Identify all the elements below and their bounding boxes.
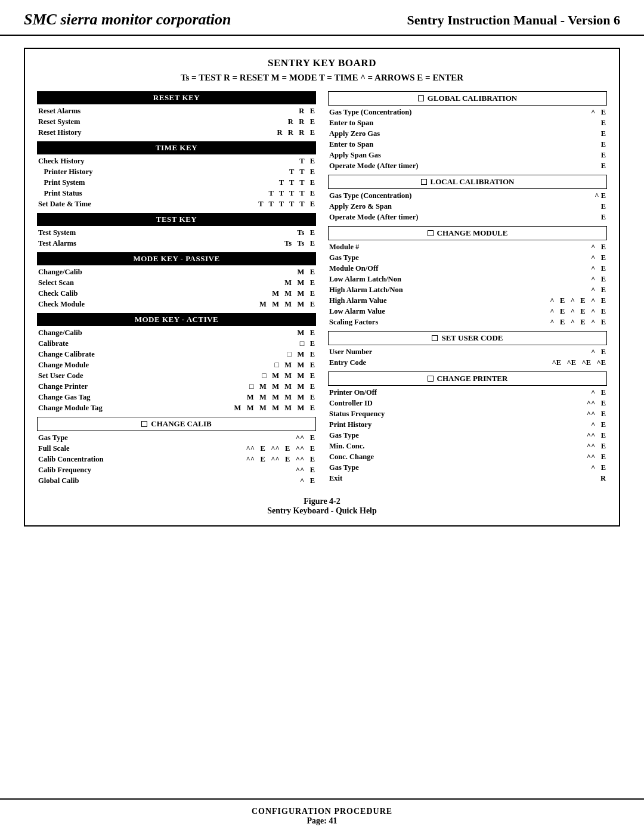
- figure-title: SENTRY KEY BOARD: [37, 57, 607, 69]
- footer-title: CONFIGURATION PROCEDURE: [24, 807, 620, 816]
- row-change-module: Change Module □ M M E: [37, 360, 316, 370]
- row-check-module: Check Module M M M M E: [37, 299, 316, 309]
- test-key-section: TEST KEY Test System Ts E Test Alarms Ts…: [37, 213, 316, 249]
- row-cm-low-alarm-value: Low Alarm Value ^ E ^ E ^ E: [328, 306, 607, 317]
- row-cp-conc-change: Conc. Change ^^ E: [328, 451, 607, 462]
- global-calib-square-icon: [418, 95, 424, 101]
- row-cm-high-alarm-latch: High Alarm Latch/Non ^ E: [328, 284, 607, 295]
- row-set-date-time: Set Date & Time T T T T T E: [37, 199, 316, 209]
- mode-passive-section: MODE KEY - PASSIVE Change/Calib M E Sele…: [37, 252, 316, 309]
- local-calib-square-icon: [421, 179, 427, 185]
- local-calib-section: LOCAL CALIBRATION Gas Type (Concentratio…: [328, 175, 607, 222]
- row-gc-enter-span: Enter to Span E: [328, 117, 607, 128]
- key-legend: Ts = TEST R = RESET M = MODE T = TIME ^ …: [37, 73, 607, 83]
- row-suc-user-number: User Number ^ E: [328, 346, 607, 357]
- change-calib-section: CHANGE CALIB Gas Type ^^ E Full Scale ^^…: [37, 417, 316, 486]
- change-printer-section: CHANGE PRINTER Printer On/Off ^ E Contro…: [328, 371, 607, 484]
- row-cm-module-onoff: Module On/Off ^ E: [328, 263, 607, 274]
- footer-page: Page: 41: [24, 816, 620, 826]
- row-gc-enter-span2: Enter to Span E: [328, 139, 607, 150]
- row-cm-low-alarm-latch: Low Alarm Latch/Non ^ E: [328, 274, 607, 284]
- global-calib-header: GLOBAL CALIBRATION: [328, 91, 607, 106]
- manual-title: Sentry Instruction Manual - Version 6: [407, 13, 620, 28]
- change-calib-header: CHANGE CALIB: [37, 417, 316, 431]
- row-reset-system: Reset System R R E: [37, 116, 316, 127]
- row-print-system: Print System T T T E: [37, 177, 316, 188]
- mode-active-header: MODE KEY - ACTIVE: [37, 313, 316, 326]
- row-full-scale: Full Scale ^^ E ^^ E ^^ E: [37, 443, 316, 454]
- row-calib-gas-type: Gas Type ^^ E: [37, 432, 316, 443]
- page-footer: CONFIGURATION PROCEDURE Page: 41: [0, 798, 644, 833]
- row-lc-apply-zero-span: Apply Zero & Span E: [328, 201, 607, 212]
- row-cp-print-history: Print History ^ E: [328, 419, 607, 430]
- row-select-scan: Select Scan M M E: [37, 277, 316, 288]
- global-calib-section: GLOBAL CALIBRATION Gas Type (Concentrati…: [328, 91, 607, 171]
- row-cp-min-conc: Min. Conc. ^^ E: [328, 441, 607, 451]
- row-cp-printer-onoff: Printer On/Off ^ E: [328, 387, 607, 398]
- row-cp-gas-type: Gas Type ^^ E: [328, 430, 607, 441]
- row-cm-high-alarm-value: High Alarm Value ^ E ^ E ^ E: [328, 295, 607, 306]
- change-module-header: CHANGE MODULE: [328, 226, 607, 240]
- row-cp-controller-id: Controller ID ^^ E: [328, 398, 607, 408]
- reset-key-header: RESET KEY: [37, 91, 316, 104]
- row-calibrate: Calibrate □ E: [37, 338, 316, 349]
- row-lc-gas-type: Gas Type (Concentration) ^ E: [328, 190, 607, 201]
- row-cm-scaling-factors: Scaling Factors ^ E ^ E ^ E: [328, 317, 607, 327]
- row-global-calib: Global Calib ^ E: [37, 475, 316, 486]
- row-gc-apply-span: Apply Span Gas E: [328, 150, 607, 160]
- change-module-section: CHANGE MODULE Module # ^ E Gas Type ^ E …: [328, 226, 607, 327]
- page-header: SMC sierra monitor corporation Sentry In…: [0, 0, 644, 36]
- right-column: GLOBAL CALIBRATION Gas Type (Concentrati…: [328, 91, 607, 490]
- row-cp-gas-type2: Gas Type ^ E: [328, 462, 607, 473]
- row-printer-history: Printer History T T E: [37, 166, 316, 177]
- row-change-module-tag: Change Module Tag M M M M M M E: [37, 402, 316, 413]
- set-user-code-header: SET USER CODE: [328, 331, 607, 345]
- figure-caption: Figure 4-2 Sentry Keyboard - Quick Help: [37, 497, 607, 516]
- row-lc-operate-mode: Operate Mode (After timer) E: [328, 212, 607, 222]
- time-key-header: TIME KEY: [37, 141, 316, 154]
- set-user-code-section: SET USER CODE User Number ^ E Entry Code…: [328, 331, 607, 368]
- change-module-square-icon: [428, 230, 434, 236]
- calib-square-icon: [141, 421, 147, 427]
- row-passive-change-calib: Change/Calib M E: [37, 267, 316, 277]
- row-check-calib: Check Calib M M M E: [37, 288, 316, 299]
- caption-line2: Sentry Keyboard - Quick Help: [37, 506, 607, 516]
- row-cm-module-num: Module # ^ E: [328, 241, 607, 252]
- row-active-change-calib: Change/Calib M E: [37, 327, 316, 338]
- row-reset-alarms: Reset Alarms R E: [37, 106, 316, 116]
- row-cm-gas-type: Gas Type ^ E: [328, 252, 607, 263]
- caption-line1: Figure 4-2: [37, 497, 607, 506]
- reset-key-section: RESET KEY Reset Alarms R E Reset System …: [37, 91, 316, 138]
- row-change-printer: Change Printer □ M M M M E: [37, 381, 316, 392]
- row-gc-gas-type: Gas Type (Concentration) ^ E: [328, 107, 607, 117]
- two-col-layout: RESET KEY Reset Alarms R E Reset System …: [37, 91, 607, 490]
- row-change-calibrate: Change Calibrate □ M E: [37, 349, 316, 360]
- main-content: SENTRY KEY BOARD Ts = TEST R = RESET M =…: [0, 36, 644, 798]
- company-name: SMC sierra monitor corporation: [24, 11, 231, 29]
- row-check-history: Check History T E: [37, 156, 316, 166]
- mode-active-section: MODE KEY - ACTIVE Change/Calib M E Calib…: [37, 313, 316, 413]
- mode-passive-header: MODE KEY - PASSIVE: [37, 252, 316, 265]
- row-gc-apply-zero: Apply Zero Gas E: [328, 128, 607, 139]
- row-test-alarms: Test Alarms Ts Ts E: [37, 238, 316, 249]
- row-cp-exit: Exit R: [328, 473, 607, 484]
- set-user-code-square-icon: [432, 335, 438, 341]
- row-set-user-code: Set User Code □ M M M E: [37, 370, 316, 381]
- time-key-section: TIME KEY Check History T E Printer Histo…: [37, 141, 316, 209]
- left-column: RESET KEY Reset Alarms R E Reset System …: [37, 91, 316, 490]
- row-suc-entry-code: Entry Code ^E ^E ^E ^E: [328, 357, 607, 368]
- row-change-gas-tag: Change Gas Tag M M M M M E: [37, 392, 316, 402]
- change-printer-square-icon: [428, 376, 434, 382]
- row-test-system: Test System Ts E: [37, 227, 316, 238]
- row-calib-frequency: Calib Frequency ^^ E: [37, 465, 316, 475]
- local-calib-header: LOCAL CALIBRATION: [328, 175, 607, 189]
- test-key-header: TEST KEY: [37, 213, 316, 226]
- change-printer-header: CHANGE PRINTER: [328, 371, 607, 386]
- row-cp-status-freq: Status Frequency ^^ E: [328, 408, 607, 419]
- figure-box: SENTRY KEY BOARD Ts = TEST R = RESET M =…: [24, 48, 620, 527]
- row-gc-operate-mode: Operate Mode (After timer) E: [328, 160, 607, 171]
- row-print-status: Print Status T T T T E: [37, 188, 316, 199]
- row-reset-history: Reset History R R R E: [37, 127, 316, 138]
- row-calib-concentration: Calib Concentration ^^ E ^^ E ^^ E: [37, 454, 316, 465]
